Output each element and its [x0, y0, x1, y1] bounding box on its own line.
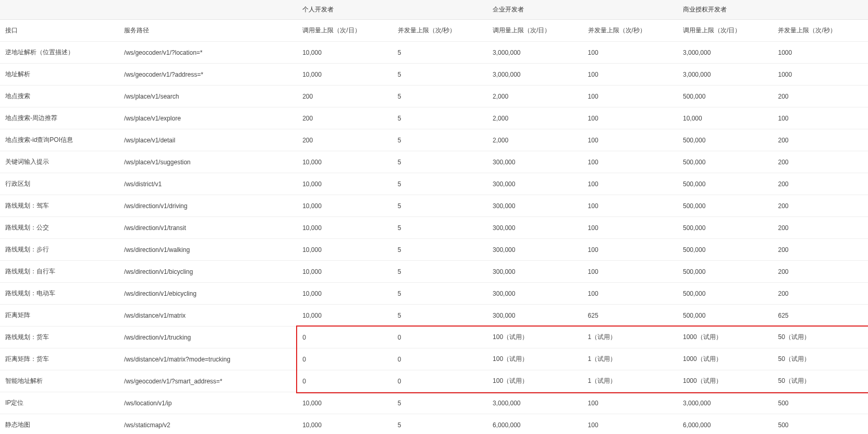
cell-commercial-call: 1000（试用）	[678, 370, 773, 392]
cell-interface: 关键词输入提示	[0, 151, 119, 173]
cell-path: /ws/geocoder/v1/?location=*	[119, 42, 297, 64]
cell-personal-concurrent: 5	[393, 64, 487, 86]
cell-interface: IP定位	[0, 392, 119, 414]
cell-path: /ws/district/v1	[119, 173, 297, 195]
cell-enterprise-concurrent: 100	[583, 217, 678, 239]
cell-path: /ws/staticmap/v2	[119, 414, 297, 435]
cell-enterprise-concurrent: 625	[583, 305, 678, 327]
cell-interface: 路线规划：货车	[0, 327, 119, 348]
group-header-blank2	[119, 0, 297, 20]
cell-enterprise-concurrent: 100	[583, 129, 678, 151]
cell-path: /ws/geocoder/v1/?address=*	[119, 64, 297, 86]
cell-commercial-call: 500,000	[678, 217, 773, 239]
cell-enterprise-concurrent: 100	[583, 283, 678, 305]
cell-commercial-concurrent: 200	[773, 173, 868, 195]
table-row: 路线规划：公交/ws/direction/v1/transit10,000530…	[0, 217, 868, 239]
cell-commercial-call: 500,000	[678, 86, 773, 107]
table-row: 距离矩阵/ws/distance/v1/matrix10,0005300,000…	[0, 305, 868, 327]
cell-personal-concurrent: 5	[393, 392, 487, 414]
cell-commercial-concurrent: 1000	[773, 64, 868, 86]
cell-personal-concurrent: 5	[393, 217, 487, 239]
cell-commercial-concurrent: 200	[773, 129, 868, 151]
cell-enterprise-call: 300,000	[487, 217, 582, 239]
table-row: 地点搜索-周边推荐/ws/place/v1/explore20052,00010…	[0, 107, 868, 129]
cell-commercial-concurrent: 1000	[773, 42, 868, 64]
cell-interface: 地址解析	[0, 64, 119, 86]
cell-enterprise-call: 100（试用）	[487, 327, 582, 348]
cell-personal-call: 10,000	[297, 305, 392, 327]
cell-commercial-concurrent: 625	[773, 305, 868, 327]
cell-enterprise-call: 6,000,000	[487, 414, 582, 435]
cell-personal-call: 10,000	[297, 173, 392, 195]
api-limits-table: 个人开发者 企业开发者 商业授权开发者 接口 服务路径 调用量上限（次/日） 并…	[0, 0, 868, 434]
cell-personal-call: 10,000	[297, 239, 392, 261]
cell-personal-concurrent: 5	[393, 261, 487, 283]
cell-path: /ws/distance/v1/matrix?mode=trucking	[119, 348, 297, 370]
cell-personal-call: 10,000	[297, 414, 392, 435]
cell-commercial-concurrent: 200	[773, 261, 868, 283]
cell-interface: 距离矩阵	[0, 305, 119, 327]
cell-commercial-call: 10,000	[678, 107, 773, 129]
cell-enterprise-concurrent: 100	[583, 86, 678, 107]
cell-commercial-call: 3,000,000	[678, 64, 773, 86]
cell-interface: 距离矩阵：货车	[0, 348, 119, 370]
table-row: 逆地址解析（位置描述）/ws/geocoder/v1/?location=*10…	[0, 42, 868, 64]
cell-enterprise-call: 3,000,000	[487, 392, 582, 414]
sub-header-enterprise-concurrent: 并发量上限（次/秒）	[583, 20, 678, 42]
cell-personal-concurrent: 5	[393, 42, 487, 64]
sub-header-enterprise-call: 调用量上限（次/日）	[487, 20, 582, 42]
cell-enterprise-concurrent: 100	[583, 414, 678, 435]
cell-commercial-call: 500,000	[678, 173, 773, 195]
cell-commercial-call: 500,000	[678, 239, 773, 261]
cell-personal-concurrent: 0	[393, 370, 487, 392]
cell-interface: 地点搜索-周边推荐	[0, 107, 119, 129]
cell-commercial-call: 500,000	[678, 195, 773, 217]
cell-personal-concurrent: 5	[393, 239, 487, 261]
group-header-row: 个人开发者 企业开发者 商业授权开发者	[0, 0, 868, 20]
cell-interface: 路线规划：自行车	[0, 261, 119, 283]
cell-enterprise-concurrent: 100	[583, 42, 678, 64]
table-row: 行政区划/ws/district/v110,0005300,000100500,…	[0, 173, 868, 195]
cell-interface: 地点搜索	[0, 86, 119, 107]
cell-path: /ws/direction/v1/trucking	[119, 327, 297, 348]
cell-path: /ws/location/v1/ip	[119, 392, 297, 414]
table-container: 个人开发者 企业开发者 商业授权开发者 接口 服务路径 调用量上限（次/日） 并…	[0, 0, 868, 434]
cell-enterprise-concurrent: 1（试用）	[583, 348, 678, 370]
group-header-personal: 个人开发者	[297, 0, 487, 20]
cell-personal-call: 10,000	[297, 195, 392, 217]
cell-enterprise-call: 2,000	[487, 86, 582, 107]
cell-enterprise-concurrent: 100	[583, 64, 678, 86]
sub-header-interface: 接口	[0, 20, 119, 42]
cell-enterprise-concurrent: 100	[583, 173, 678, 195]
cell-enterprise-call: 100（试用）	[487, 348, 582, 370]
cell-path: /ws/distance/v1/matrix	[119, 305, 297, 327]
cell-commercial-call: 1000（试用）	[678, 327, 773, 348]
cell-enterprise-call: 3,000,000	[487, 64, 582, 86]
cell-personal-concurrent: 5	[393, 305, 487, 327]
cell-interface: 静态地图	[0, 414, 119, 435]
cell-path: /ws/direction/v1/walking	[119, 239, 297, 261]
cell-path: /ws/direction/v1/bicycling	[119, 261, 297, 283]
cell-personal-call: 0	[297, 348, 392, 370]
cell-personal-concurrent: 5	[393, 107, 487, 129]
cell-path: /ws/geocoder/v1/?smart_address=*	[119, 370, 297, 392]
cell-enterprise-call: 300,000	[487, 305, 582, 327]
cell-enterprise-call: 300,000	[487, 173, 582, 195]
cell-personal-concurrent: 5	[393, 283, 487, 305]
sub-header-commercial-call: 调用量上限（次/日）	[678, 20, 773, 42]
cell-enterprise-call: 2,000	[487, 107, 582, 129]
cell-enterprise-concurrent: 1（试用）	[583, 370, 678, 392]
cell-personal-call: 200	[297, 86, 392, 107]
cell-enterprise-concurrent: 100	[583, 239, 678, 261]
cell-personal-call: 200	[297, 107, 392, 129]
sub-header-row: 接口 服务路径 调用量上限（次/日） 并发量上限（次/秒） 调用量上限（次/日）…	[0, 20, 868, 42]
cell-personal-call: 10,000	[297, 64, 392, 86]
cell-enterprise-call: 100（试用）	[487, 370, 582, 392]
cell-commercial-call: 6,000,000	[678, 414, 773, 435]
cell-enterprise-call: 300,000	[487, 283, 582, 305]
cell-personal-call: 0	[297, 327, 392, 348]
cell-interface: 路线规划：驾车	[0, 195, 119, 217]
cell-commercial-concurrent: 500	[773, 414, 868, 435]
cell-commercial-concurrent: 100	[773, 107, 868, 129]
cell-path: /ws/direction/v1/transit	[119, 217, 297, 239]
